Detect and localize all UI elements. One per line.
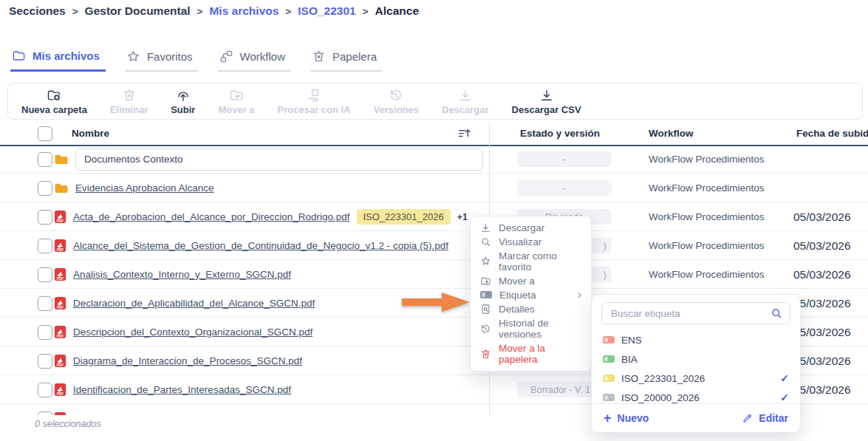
menu-item-detalles[interactable]: Detalles <box>471 304 591 315</box>
table-header: Nombre Estado y versión Workflow Fecha d… <box>0 124 868 146</box>
edit-tags-button[interactable]: Editar <box>742 412 788 424</box>
menu-item-label: Mover a <box>499 276 535 287</box>
check-icon: ✓ <box>780 372 789 384</box>
tag-color-icon <box>603 375 615 382</box>
search-icon[interactable] <box>770 307 782 319</box>
pdf-icon: PDF <box>54 239 66 253</box>
toolbar-label: Mover a <box>218 104 254 115</box>
table-row-analisis: PDF Analisis_Contexto_Interno_y_Externo_… <box>0 260 868 289</box>
breadcrumb-separator: > <box>197 6 203 17</box>
breadcrumb-link-iso-22301[interactable]: ISO_22301 <box>298 4 355 18</box>
table-row-acta: PDF Acta_de_Aprobacion_del_Alcance_por_D… <box>0 202 868 231</box>
check-icon: ✓ <box>780 392 789 403</box>
tag-option-iso-223301[interactable]: ISO_223301_2026 ✓ <box>603 369 789 388</box>
tag-color-icon <box>603 336 615 343</box>
menu-item-label: Mover a la papelera <box>499 343 581 365</box>
file-link[interactable]: Descripcion_del_Contexto_Organizacional_… <box>73 327 312 338</box>
file-link[interactable]: Declaracion_de_Aplicabilidad_del_Alcance… <box>73 298 315 309</box>
row-checkbox[interactable] <box>38 267 52 282</box>
toolbar: Nueva carpeta Eliminar Subir Mover a Pro… <box>7 83 863 120</box>
menu-item-historial[interactable]: Historial de versiones <box>471 318 591 340</box>
table-row-documentos-contexto: - WorkFlow Procedimientos <box>0 145 868 174</box>
context-menu: Descargar Visualizar Marcar como favorit… <box>470 216 592 372</box>
row-checkbox[interactable] <box>38 239 52 253</box>
download-button[interactable]: Descargar <box>442 88 489 115</box>
tag-option-bia[interactable]: BIA <box>603 349 789 369</box>
breadcrumb-separator: > <box>285 6 291 17</box>
tag-chip[interactable]: ISO_223301_2026 <box>357 209 451 225</box>
tag-label: ISO_20000_2026 <box>621 392 700 403</box>
breadcrumb-separator: > <box>363 6 369 17</box>
menu-item-descargar[interactable]: Descargar <box>471 222 591 233</box>
download-csv-button[interactable]: Descargar CSV <box>512 88 581 115</box>
row-checkbox[interactable] <box>38 411 52 415</box>
pdf-icon <box>54 411 66 415</box>
menu-item-mover-a[interactable]: Mover a <box>471 276 591 287</box>
row-checkbox[interactable] <box>38 383 52 397</box>
breadcrumb-item[interactable]: Secciones <box>9 4 66 18</box>
folder-icon <box>54 154 69 165</box>
breadcrumb-current: Alcance <box>375 4 419 18</box>
trash-icon <box>312 49 326 64</box>
new-folder-button[interactable]: Nueva carpeta <box>21 88 87 115</box>
sort-icon[interactable] <box>457 126 472 142</box>
folder-link[interactable]: Evidencias Aprobacion Alcance <box>75 182 214 194</box>
select-all-checkbox[interactable] <box>38 126 52 141</box>
toolbar-label: Eliminar <box>110 104 148 115</box>
menu-item-visualizar[interactable]: Visualizar <box>471 236 591 247</box>
tag-search-input[interactable] <box>609 307 770 320</box>
new-tag-button[interactable]: + Nuevo <box>604 411 649 425</box>
star-icon <box>126 49 140 64</box>
file-link[interactable]: Acta_de_Aprobacion_del_Alcance_por_Direc… <box>73 211 350 222</box>
tab-label: Papelera <box>332 50 377 63</box>
delete-button[interactable]: Eliminar <box>110 88 148 115</box>
plus-icon: + <box>604 411 612 425</box>
extra-tags-count[interactable]: +1 <box>457 212 468 222</box>
history-icon <box>480 324 491 335</box>
upload-button[interactable]: Subir <box>171 88 195 115</box>
move-folder-icon <box>229 88 244 103</box>
row-checkbox[interactable] <box>38 354 52 369</box>
row-checkbox[interactable] <box>38 210 52 225</box>
upload-icon <box>176 88 191 103</box>
menu-item-label: Marcar como favorito <box>499 250 581 273</box>
breadcrumb-item[interactable]: Gestor Documental <box>85 4 191 18</box>
date-cell: 05/03/2026 <box>793 346 851 375</box>
toolbar-label: Procesar con IA <box>278 104 351 115</box>
download-icon <box>480 222 491 233</box>
row-checkbox[interactable] <box>38 152 52 167</box>
row-checkbox[interactable] <box>38 325 52 340</box>
details-icon <box>480 304 491 315</box>
file-link[interactable]: Alcance_del_Sistema_de_Gestion_de_Contin… <box>73 240 448 251</box>
folder-icon <box>12 49 26 63</box>
annotation-arrow-icon <box>400 290 473 314</box>
versions-icon <box>389 88 403 103</box>
file-link[interactable]: Analisis_Contexto_Interno_y_Externo_SGCN… <box>73 269 291 280</box>
versions-button[interactable]: Versiones <box>374 88 419 115</box>
move-to-button[interactable]: Mover a <box>218 88 254 115</box>
menu-item-favorito[interactable]: Marcar como favorito <box>471 250 591 273</box>
toolbar-label: Descargar CSV <box>512 104 581 115</box>
delete-icon <box>122 88 137 103</box>
tab-papelera[interactable]: Papelera <box>310 47 383 72</box>
workflow-cell: WorkFlow Procedimientos <box>649 231 765 260</box>
date-cell: 05/03/2026 <box>793 318 851 346</box>
tag-label: ISO_223301_2026 <box>621 373 705 384</box>
tag-option-ens[interactable]: ENS <box>603 330 789 349</box>
row-checkbox[interactable] <box>38 296 52 311</box>
tag-color-icon <box>603 394 615 401</box>
tab-favoritos[interactable]: Favoritos <box>125 47 199 72</box>
file-link[interactable]: Identificacion_de_Partes_Interesadas_SGC… <box>73 384 291 395</box>
menu-item-etiqueta[interactable]: Etiqueta › <box>471 289 591 301</box>
new-tag-label: Nuevo <box>618 412 649 424</box>
ai-process-button[interactable]: Procesar con IA <box>278 88 351 115</box>
tab-workflow[interactable]: Workflow <box>218 47 291 72</box>
breadcrumb-link-mis-archivos[interactable]: Mis archivos <box>209 4 278 18</box>
status-badge: - <box>517 151 612 167</box>
menu-item-mover-papelera[interactable]: Mover a la papelera <box>471 343 591 365</box>
folder-rename-input[interactable] <box>75 148 483 171</box>
file-link[interactable]: Diagrama_de_Interaccion_de_Procesos_SGCN… <box>73 355 302 366</box>
tab-mis-archivos[interactable]: Mis archivos <box>10 47 106 72</box>
pencil-icon <box>742 413 753 424</box>
row-checkbox[interactable] <box>38 181 52 196</box>
